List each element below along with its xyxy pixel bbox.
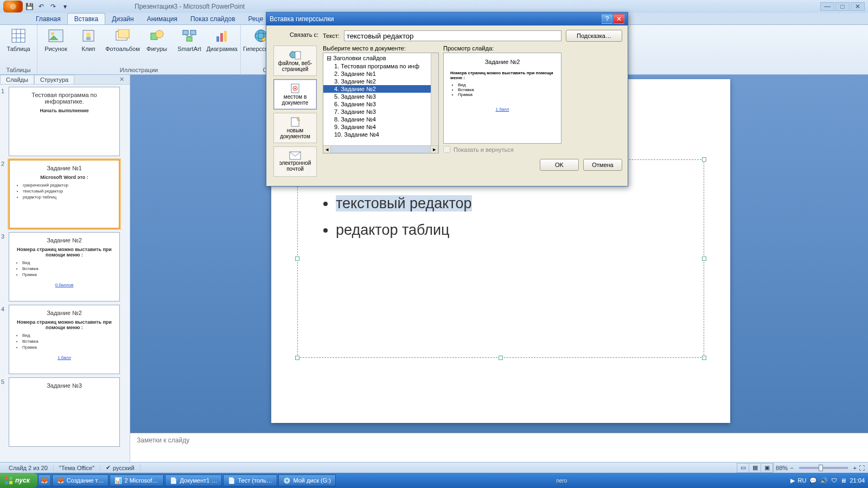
qat-dropdown-icon[interactable]: ▾ (61, 2, 69, 11)
tray-arrow-icon[interactable]: ▶ (790, 477, 795, 484)
tab-insert[interactable]: Вставка (67, 13, 106, 24)
quick-access-toolbar: 💾 ↶ ↷ ▾ (25, 2, 69, 11)
pane-close-icon[interactable]: ✕ (114, 75, 130, 84)
view-slideshow-icon[interactable]: ▣ (761, 464, 773, 472)
view-normal-icon[interactable]: ▭ (737, 464, 749, 472)
view-sorter-icon[interactable]: ▦ (749, 464, 761, 472)
thumb-slide-2[interactable]: 2Задание №1Microsoft Word это :графическ… (1, 159, 130, 229)
table-button[interactable]: Таблица (4, 26, 33, 53)
tree-item[interactable]: 10. Задание №4 (323, 131, 438, 138)
dialog-close-button[interactable]: ✕ (614, 14, 624, 24)
tree-root[interactable]: ⊟ Заголовки слайдов (323, 54, 438, 62)
tree-vscrollbar[interactable] (431, 53, 438, 145)
bullet-3[interactable]: редактор таблиц (336, 222, 704, 239)
notes-pane[interactable]: Заметки к слайду (130, 433, 868, 464)
cancel-button[interactable]: Отмена (583, 159, 622, 171)
tab-home[interactable]: Главная (29, 14, 67, 24)
hyperlink-dialog: Вставка гиперссылки ? ✕ Связать с: Текст… (266, 12, 628, 187)
smartart-button[interactable]: SmartArt (175, 26, 203, 53)
zoom-out-icon[interactable]: − (790, 465, 793, 471)
chart-button[interactable]: Диаграмма (208, 26, 236, 53)
text-label: Текст: (323, 33, 340, 39)
svg-line-19 (189, 35, 193, 37)
svg-point-9 (86, 33, 91, 37)
zoom-slider[interactable] (799, 467, 848, 469)
dialog-help-button[interactable]: ? (602, 14, 612, 24)
tray-icon-4[interactable]: 🖥 (840, 477, 846, 484)
taskbar-task[interactable]: 💿Мой диск (G:) (278, 474, 335, 486)
taskbar-task[interactable]: 📊2 Microsof… (110, 474, 164, 486)
svg-rect-12 (118, 29, 129, 38)
tree-hscrollbar[interactable]: ◂▸ (323, 145, 438, 153)
clip-button[interactable]: Клип (74, 26, 103, 53)
new-document-icon (290, 117, 301, 127)
content-textbox[interactable]: графический редактор текстовый редактор … (297, 159, 704, 358)
tree-item[interactable]: 7. Задание №3 (323, 108, 438, 115)
photoalbum-button[interactable]: Фотоальбом (107, 26, 138, 53)
thumb-list[interactable]: 1Тестовая программа по информатике.Начат… (0, 85, 130, 464)
tree-item[interactable]: 1. Тестовая программа по инф (323, 62, 438, 70)
thumb-slide-1[interactable]: 1Тестовая программа по информатике.Начат… (1, 87, 130, 156)
picture-button[interactable]: Рисунок (42, 26, 70, 53)
tree-item[interactable]: 8. Задание №4 (323, 115, 438, 123)
thumb-slide-3[interactable]: 3Задание №2Номера страниц можно выставит… (1, 232, 130, 301)
tab-animation[interactable]: Анимация (141, 14, 184, 24)
bullet-2[interactable]: текстовый редактор (336, 195, 704, 212)
save-icon[interactable]: 💾 (25, 2, 34, 11)
close-button[interactable]: ✕ (851, 2, 865, 11)
tab-design[interactable]: Дизайн (105, 14, 140, 24)
place-tree[interactable]: ⊟ Заголовки слайдов1. Тестовая программа… (323, 53, 439, 153)
link-mail-button[interactable]: электронной почтой (273, 146, 317, 177)
fit-window-icon[interactable]: ⛶ (859, 465, 865, 471)
shapes-button[interactable]: Фигуры (143, 26, 171, 53)
status-theme: "Тема Office" (54, 465, 100, 471)
ok-button[interactable]: OK (540, 159, 579, 171)
svg-point-14 (156, 30, 163, 38)
office-button[interactable] (3, 1, 23, 12)
tab-slideshow[interactable]: Показ слайдов (184, 14, 242, 24)
tree-item[interactable]: 4. Задание №2 (323, 85, 438, 93)
title-bar: 💾 ↶ ↷ ▾ Презентация3 - Microsoft PowerPo… (0, 0, 868, 13)
svg-rect-20 (216, 36, 219, 42)
tray-icon-3[interactable]: 🛡 (831, 477, 837, 484)
tree-item[interactable]: 2. Задание №1 (323, 70, 438, 78)
redo-icon[interactable]: ↷ (49, 2, 58, 11)
thumb-slide-4[interactable]: 4Задание №2Номера страниц можно выставит… (1, 305, 130, 374)
text-input[interactable] (344, 30, 561, 41)
hint-button[interactable]: Подсказка… (566, 30, 622, 42)
system-tray: ▶ RU 💬 🔊 🛡 🖥 21:04 (787, 477, 868, 484)
tree-item[interactable]: 9. Задание №4 (323, 123, 438, 131)
tray-lang[interactable]: RU (798, 477, 807, 484)
link-to-label: Связать с: (272, 30, 318, 42)
globe-page-icon (289, 49, 302, 60)
svg-rect-22 (224, 31, 227, 42)
taskbar-task[interactable]: 📄Тест (толь… (223, 474, 277, 486)
start-button[interactable]: пуск (0, 473, 37, 488)
status-bar: Слайд 2 из 20 "Тема Office" ✔русский ▭ ▦… (0, 462, 868, 473)
tree-item[interactable]: 6. Задание №3 (323, 100, 438, 108)
taskbar: пуск 🦊 🦊Создание т…📊2 Microsof…📄Документ… (0, 473, 868, 488)
taskbar-task[interactable]: 🦊Создание т… (52, 474, 109, 486)
tree-item[interactable]: 5. Задание №3 (323, 93, 438, 100)
tree-label: Выберите место в документе: (323, 45, 439, 52)
tab-slides[interactable]: Слайды (0, 75, 34, 84)
minimize-button[interactable]: — (820, 2, 834, 11)
svg-point-7 (51, 32, 54, 35)
tab-outline[interactable]: Структура (34, 75, 74, 84)
svg-rect-16 (190, 30, 196, 35)
link-place-button[interactable]: местом в документе (273, 79, 317, 110)
quicklaunch-1[interactable]: 🦊 (38, 474, 51, 486)
link-file-button[interactable]: файлом, веб-страницей (273, 46, 317, 76)
link-new-button[interactable]: новым документом (273, 113, 317, 143)
tray-icon-2[interactable]: 🔊 (820, 477, 828, 484)
restore-button[interactable]: □ (835, 2, 850, 11)
tray-icon-1[interactable]: 💬 (809, 477, 817, 484)
show-return-checkbox: Показать и вернуться (443, 146, 561, 153)
tree-item[interactable]: 3. Задание №2 (323, 78, 438, 85)
thumb-slide-5[interactable]: 5Задание №3 (1, 377, 130, 447)
taskbar-task[interactable]: 📄Документ1 … (165, 474, 222, 486)
svg-point-36 (295, 87, 296, 89)
undo-icon[interactable]: ↶ (37, 2, 46, 11)
spellcheck-icon[interactable]: ✔ (106, 464, 111, 471)
zoom-in-icon[interactable]: + (853, 465, 857, 471)
